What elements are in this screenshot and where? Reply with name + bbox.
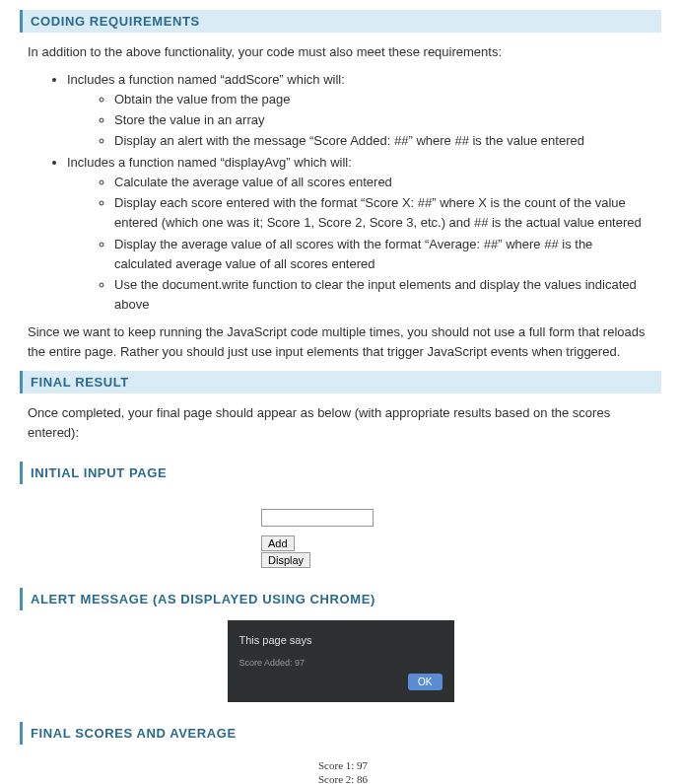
req2-item-1: Display each score entered with the form… (114, 193, 653, 233)
req1-item-1: Store the value in an array (114, 110, 653, 130)
initial-input-header: INITIAL INPUT PAGE (20, 462, 661, 484)
alert-header: ALERT MESSAGE (AS DISPLAYED USING CHROME… (20, 588, 661, 610)
alert-ok-button[interactable]: OK (408, 674, 442, 690)
final-result-header: FINAL RESULT (20, 371, 661, 393)
score-line-1: Score 2: 86 (318, 773, 661, 784)
requirements-list: Includes a function named “addScore” whi… (28, 70, 653, 316)
intro-text: In addition to the above functionality, … (28, 42, 653, 62)
alert-title: This page says (239, 634, 443, 646)
input-demo-area: Add Display (261, 509, 661, 568)
scores-output: Score 1: 97 Score 2: 86 Score 3: 91 Scor… (318, 759, 661, 784)
req1-item-2: Display an alert with the message “Score… (114, 131, 653, 151)
since-text: Since we want to keep running the JavaSc… (28, 322, 653, 361)
req2-lead: Includes a function named “displayAvg” w… (67, 155, 352, 170)
final-scores-header: FINAL SCORES AND AVERAGE (20, 722, 661, 745)
coding-requirements-header: CODING REQUIREMENTS (20, 10, 661, 33)
alert-dialog: This page says Score Added: 97 OK (228, 620, 454, 702)
req1-item-0: Obtain the value from the page (114, 90, 653, 109)
req1-lead: Includes a function named “addScore” whi… (67, 72, 345, 87)
final-desc: Once completed, your final page should a… (28, 403, 653, 442)
req2-item-2: Display the average value of all scores … (114, 235, 653, 274)
display-button[interactable]: Display (261, 552, 310, 568)
score-input[interactable] (261, 509, 374, 527)
add-button[interactable]: Add (261, 535, 295, 551)
req2-item-0: Calculate the average value of all score… (114, 173, 653, 192)
alert-message-text: Score Added: 97 (239, 658, 443, 668)
score-line-0: Score 1: 97 (318, 759, 661, 773)
req2-item-3: Use the document.write function to clear… (114, 275, 653, 315)
